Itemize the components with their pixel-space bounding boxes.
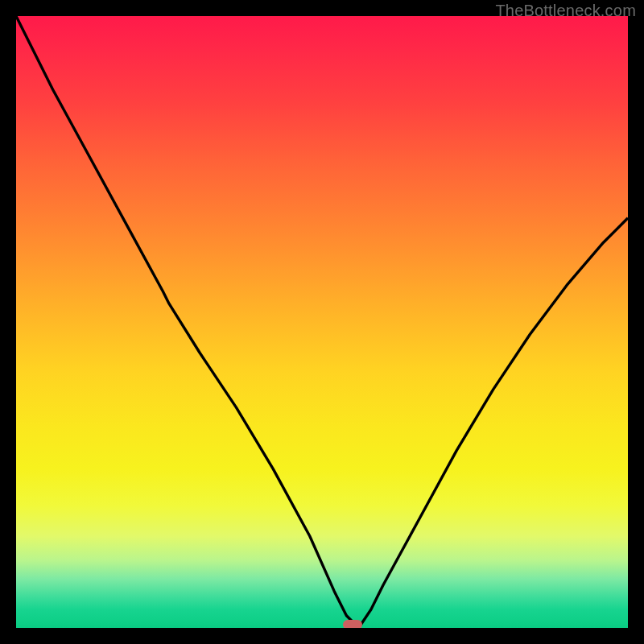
chart-svg: [16, 16, 628, 628]
min-marker: [343, 620, 362, 628]
bottleneck-curve: [16, 16, 628, 628]
chart-frame: TheBottleneck.com: [0, 0, 644, 644]
plot-area: [16, 16, 628, 628]
